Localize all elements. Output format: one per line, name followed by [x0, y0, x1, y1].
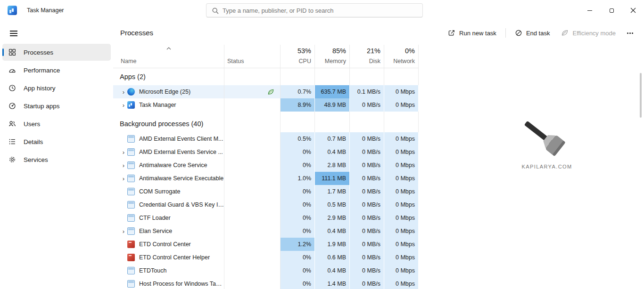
- process-icon: [127, 227, 135, 235]
- column-header-memory[interactable]: 85% Memory: [315, 45, 350, 68]
- sidebar-item-label: Performance: [24, 67, 60, 74]
- status-cell: [224, 159, 281, 172]
- memory-cell: 0.6 MB: [315, 251, 350, 264]
- sidebar-item-details[interactable]: Details: [2, 133, 111, 150]
- process-row[interactable]: CTF Loader 0% 2.9 MB 0 MB/s 0 Mbps: [113, 211, 419, 225]
- process-icon: [127, 188, 135, 195]
- disk-cell: 0 MB/s: [350, 264, 384, 277]
- name-cell: AMD External Events Client M...: [113, 132, 224, 145]
- process-group-header[interactable]: Background processes (40): [113, 115, 419, 132]
- disk-cell: 0 MB/s: [350, 277, 384, 289]
- close-icon: [630, 8, 636, 13]
- status-cell: [224, 172, 281, 185]
- search-icon: [212, 7, 219, 15]
- process-row[interactable]: › AMD External Events Service ... 0% 0.4…: [113, 145, 419, 159]
- network-cell: 0 Mbps: [384, 225, 419, 238]
- run-new-task-icon: [448, 29, 455, 37]
- navigation-menu-button[interactable]: [5, 25, 23, 41]
- expand-chevron-icon[interactable]: ›: [120, 88, 127, 96]
- process-name: ETDTouch: [139, 267, 166, 274]
- name-cell: › AMD External Events Service ...: [113, 145, 224, 159]
- run-new-task-label: Run new task: [459, 30, 496, 37]
- efficiency-mode-label: Efficiency mode: [572, 30, 616, 37]
- sidebar-item-startup-apps[interactable]: Startup apps: [2, 97, 111, 114]
- column-header-status[interactable]: Status: [224, 45, 281, 68]
- status-cell: [224, 238, 281, 251]
- cpu-cell: 0%: [281, 277, 315, 289]
- network-cell: 0 Mbps: [384, 145, 419, 159]
- sidebar-item-processes[interactable]: Processes: [2, 44, 111, 61]
- process-row[interactable]: AMD External Events Client M... 0.5% 0.7…: [113, 132, 419, 145]
- disk-cell: 0 MB/s: [350, 132, 384, 145]
- memory-cell: 635.7 MB: [315, 85, 350, 98]
- end-task-button[interactable]: End task: [510, 26, 555, 40]
- process-name: Antimalware Service Executable: [139, 175, 223, 182]
- status-cell: [224, 277, 281, 289]
- process-row[interactable]: › Task Manager 8.9% 48.9 MB 0 MB/s 0 Mbp…: [113, 98, 419, 112]
- services-icon: [8, 156, 16, 163]
- status-cell: [224, 98, 281, 112]
- expand-chevron-icon[interactable]: ›: [120, 149, 127, 156]
- process-row[interactable]: › Microsoft Edge (25) 0.7% 635.7 MB 0.1 …: [113, 85, 419, 98]
- name-cell: ETD Control Center: [113, 238, 224, 251]
- disk-cell: 0 MB/s: [350, 185, 384, 198]
- network-cell: 0 Mbps: [384, 132, 419, 145]
- column-header-disk[interactable]: 21% Disk: [350, 45, 384, 68]
- expand-chevron-icon[interactable]: ›: [120, 228, 127, 235]
- cpu-cell: 0.5%: [281, 132, 315, 145]
- sort-ascending-icon: [166, 47, 171, 50]
- vertical-scrollbar[interactable]: [640, 73, 642, 118]
- cpu-cell: 8.9%: [281, 98, 315, 112]
- process-row[interactable]: Credential Guard & VBS Key Is... 0% 0.5 …: [113, 198, 419, 211]
- sidebar-item-performance[interactable]: Performance: [2, 62, 111, 79]
- sidebar-item-app-history[interactable]: App history: [2, 80, 111, 96]
- memory-cell: 0.4 MB: [315, 225, 350, 238]
- end-task-icon: [515, 29, 522, 37]
- sidebar-item-services[interactable]: Services: [2, 151, 111, 168]
- watermark: KAPILARYA.COM: [509, 121, 585, 169]
- expand-chevron-icon[interactable]: ›: [120, 102, 127, 109]
- process-row[interactable]: › Elan Service 0% 0.4 MB 0 MB/s 0 Mbps: [113, 225, 419, 238]
- process-row[interactable]: › Antimalware Service Executable 1.0% 11…: [113, 172, 419, 185]
- network-cell: 0 Mbps: [384, 159, 419, 172]
- column-header-network[interactable]: 0% Network: [384, 45, 419, 68]
- expand-chevron-icon[interactable]: ›: [120, 162, 127, 169]
- cpu-cell: 1.0%: [281, 172, 315, 185]
- network-cell: 0 Mbps: [384, 264, 419, 277]
- process-row[interactable]: ETD Control Center Helper 0% 0.6 MB 0 MB…: [113, 251, 419, 264]
- process-row[interactable]: › Antimalware Core Service 0% 2.8 MB 0 M…: [113, 159, 419, 172]
- run-new-task-button[interactable]: Run new task: [443, 26, 502, 40]
- process-row[interactable]: COM Surrogate 0% 1.7 MB 0 MB/s 0 Mbps: [113, 185, 419, 198]
- maximize-button[interactable]: [601, 0, 622, 21]
- process-row[interactable]: ETDTouch 0% 0.4 MB 0 MB/s 0 Mbps: [113, 264, 419, 277]
- sidebar-item-label: App history: [24, 85, 56, 92]
- process-name: AMD External Events Service ...: [139, 149, 223, 155]
- window-title: Task Manager: [27, 7, 64, 14]
- minimize-button[interactable]: [579, 0, 601, 21]
- disk-cell: 0 MB/s: [350, 145, 384, 159]
- process-icon: [127, 267, 135, 274]
- efficiency-mode-button[interactable]: Efficiency mode: [556, 26, 621, 40]
- disk-column-label: Disk: [369, 58, 380, 64]
- process-group-header[interactable]: Apps (2): [113, 68, 419, 85]
- network-cell: 0 Mbps: [384, 85, 419, 98]
- network-total: 0%: [405, 47, 415, 55]
- group-header-label: Background processes (40): [120, 120, 203, 128]
- process-row[interactable]: ETD Control Center 1.2% 1.9 MB 0 MB/s 0 …: [113, 238, 419, 251]
- disk-cell: 0 MB/s: [350, 238, 384, 251]
- sidebar-item-users[interactable]: Users: [2, 115, 111, 132]
- network-cell: 0 Mbps: [384, 238, 419, 251]
- minimize-icon: [587, 10, 592, 11]
- close-button[interactable]: [622, 0, 644, 21]
- process-row[interactable]: Host Process for Windows Tasks 0% 1.4 MB…: [113, 277, 419, 289]
- process-icon: [127, 135, 135, 143]
- column-header-name[interactable]: Name: [113, 45, 224, 68]
- expand-chevron-icon[interactable]: ›: [120, 175, 127, 182]
- status-cell: [224, 85, 281, 98]
- sidebar-item-label: Processes: [24, 49, 53, 56]
- column-header-cpu[interactable]: 53% CPU: [281, 45, 315, 68]
- name-cell: Host Process for Windows Tasks: [113, 277, 224, 289]
- search-input[interactable]: [223, 4, 421, 17]
- more-options-button[interactable]: [622, 26, 638, 40]
- details-icon: [8, 138, 16, 145]
